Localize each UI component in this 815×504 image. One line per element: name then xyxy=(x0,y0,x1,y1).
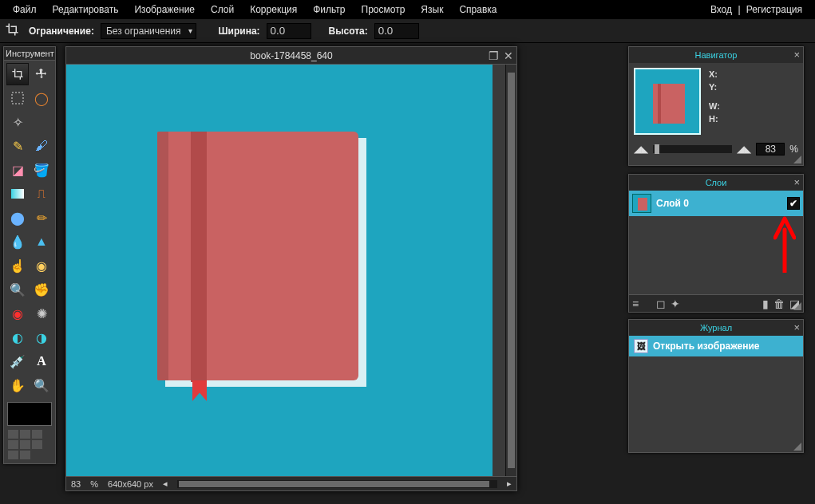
register-link[interactable]: Регистрация xyxy=(746,4,802,15)
document-statusbar: 83 % 640x640 px ◂ ▸ xyxy=(66,476,516,490)
nav-zoom-unit: % xyxy=(789,144,798,155)
tool-grid: ◯ ✧ ✎ 🖌 ◪ 🪣 ⎍ ⬤ ✏ 💧 ▲ ☝ ◉ 🔍 ✊ ◉ ✺ ◐ ◑ 💉 … xyxy=(4,61,55,399)
layer-mask-icon[interactable]: ◻ xyxy=(656,298,666,309)
move-tool[interactable] xyxy=(30,63,53,85)
tool-panel: Инструмент ◯ ✧ ✎ 🖌 ◪ 🪣 ⎍ ⬤ ✏ 💧 ▲ ☝ ◉ 🔍 ✊… xyxy=(3,46,56,464)
menu-lang[interactable]: Язык xyxy=(413,4,451,15)
document-titlebar[interactable]: book-1784458_640 ❐ ✕ xyxy=(66,47,516,65)
lasso-tool[interactable]: ◯ xyxy=(30,87,53,109)
dimensions: 640x640 px xyxy=(108,479,153,489)
swatch-cell[interactable] xyxy=(32,440,42,449)
close-icon[interactable]: × xyxy=(793,47,800,63)
close-icon[interactable]: ✕ xyxy=(504,50,513,61)
resize-handle[interactable] xyxy=(793,443,801,451)
horizontal-scrollbar[interactable] xyxy=(177,480,497,488)
swatch-cell[interactable] xyxy=(8,430,18,439)
swatch-cell[interactable] xyxy=(8,451,18,459)
workspace: Инструмент ◯ ✧ ✎ 🖌 ◪ 🪣 ⎍ ⬤ ✏ 💧 ▲ ☝ ◉ 🔍 ✊… xyxy=(0,43,815,504)
nav-zoom-value[interactable]: 83 xyxy=(756,143,785,156)
login-link[interactable]: Вход xyxy=(710,4,732,15)
restore-icon[interactable]: ❐ xyxy=(489,50,499,61)
menu-layer[interactable]: Слой xyxy=(203,4,242,15)
gradient-tool[interactable] xyxy=(6,183,29,205)
menu-file[interactable]: Файл xyxy=(5,4,45,15)
color-swatch[interactable] xyxy=(7,402,52,426)
swatch-grid xyxy=(7,429,52,460)
history-item[interactable]: 🖼 Открыть изображение xyxy=(629,336,803,356)
crop-icon xyxy=(5,22,22,39)
redeye-tool[interactable]: ◉ xyxy=(6,302,29,325)
swatch-cell[interactable] xyxy=(20,430,30,439)
layer-settings-icon[interactable]: ≡ xyxy=(632,298,639,309)
canvas[interactable] xyxy=(66,65,505,476)
clone-tool[interactable]: ⎍ xyxy=(30,183,53,205)
resize-handle[interactable] xyxy=(793,302,801,310)
width-label: Ширина: xyxy=(219,26,260,37)
layer-row[interactable]: Слой 0 ✔ xyxy=(629,191,803,216)
eraser-tool[interactable]: ◪ xyxy=(6,159,29,181)
smudge-tool[interactable]: ☝ xyxy=(6,254,29,277)
menu-view[interactable]: Просмотр xyxy=(354,4,413,15)
tool-panel-title: Инструмент xyxy=(4,47,55,61)
close-icon[interactable]: × xyxy=(793,175,800,191)
layers-panel: Слои × Слой 0 ✔ ≡ ◻ ✦ ▮ 🗑 ◪ xyxy=(628,174,804,313)
menu-adjust[interactable]: Коррекция xyxy=(242,4,305,15)
dodge-tool[interactable]: 🔍 xyxy=(6,278,29,301)
height-input[interactable] xyxy=(374,23,419,39)
type-tool[interactable]: A xyxy=(30,350,53,372)
zoom-slider[interactable] xyxy=(653,145,732,153)
bucket-tool[interactable]: 🪣 xyxy=(30,159,53,181)
swatch-cell[interactable] xyxy=(32,430,42,439)
zoom-tool[interactable]: 🔍 xyxy=(30,374,53,396)
zoom-in-icon[interactable]: ◢◣ xyxy=(737,144,751,155)
sharpen-tool[interactable]: ▲ xyxy=(30,230,53,253)
constraint-label: Ограничение: xyxy=(29,26,94,37)
auth-block: Вход | Регистрация xyxy=(702,4,810,15)
vertical-scrollbar[interactable] xyxy=(505,65,516,476)
document-window: book-1784458_640 ❐ ✕ 83 % xyxy=(65,46,517,491)
brush-tool[interactable]: 🖌 xyxy=(30,135,53,157)
nav-h-label: H: xyxy=(709,112,720,125)
layer-name: Слой 0 xyxy=(656,198,689,209)
sponge-tool[interactable]: ◉ xyxy=(30,254,53,277)
picker-tool[interactable]: 💉 xyxy=(6,350,29,372)
swatch-cell[interactable] xyxy=(8,440,18,449)
navigator-panel: Навигатор × X: Y: W: H: ◢◣ ◢◣ 83 % xyxy=(628,46,804,166)
burn-tool[interactable]: ✊ xyxy=(30,278,53,301)
layer-style-icon[interactable]: ✦ xyxy=(671,298,680,309)
navigator-thumb[interactable] xyxy=(634,68,701,135)
open-image-icon: 🖼 xyxy=(634,339,648,353)
auth-sep: | xyxy=(734,4,743,15)
pinch-tool[interactable]: ◑ xyxy=(30,326,53,348)
layer-thumb xyxy=(632,194,651,213)
zoom-out-icon[interactable]: ◢◣ xyxy=(634,144,648,155)
layer-visibility-checkbox[interactable]: ✔ xyxy=(787,197,800,210)
bloat-tool[interactable]: ◐ xyxy=(6,326,29,348)
width-input[interactable] xyxy=(267,23,311,39)
blur-tool[interactable]: 💧 xyxy=(6,230,29,253)
marquee-tool[interactable] xyxy=(6,87,29,109)
hand-tool[interactable]: ✋ xyxy=(6,374,29,396)
new-layer-icon[interactable]: ▮ xyxy=(762,298,769,309)
layers-toolbar: ≡ ◻ ✦ ▮ 🗑 ◪ xyxy=(629,294,803,312)
wand-tool[interactable]: ✧ xyxy=(6,111,29,133)
menu-image[interactable]: Изображение xyxy=(126,4,203,15)
history-panel: Журнал × 🖼 Открыть изображение xyxy=(628,319,804,453)
resize-handle[interactable] xyxy=(793,156,801,163)
navigator-title: Навигатор xyxy=(695,50,738,60)
colorreplace-tool[interactable]: ⬤ xyxy=(6,207,29,229)
zoom-unit: % xyxy=(90,479,98,489)
height-label: Высота: xyxy=(329,26,368,37)
menu-edit[interactable]: Редактировать xyxy=(45,4,127,15)
crop-tool[interactable] xyxy=(6,63,29,85)
spotheal-tool[interactable]: ✺ xyxy=(30,302,53,325)
pencil-tool[interactable]: ✎ xyxy=(6,135,29,157)
menu-help[interactable]: Справка xyxy=(451,4,504,15)
swatch-cell[interactable] xyxy=(20,440,30,449)
close-icon[interactable]: × xyxy=(793,320,800,336)
delete-layer-icon[interactable]: 🗑 xyxy=(773,298,785,309)
constraint-select[interactable]: Без ограничения xyxy=(101,23,196,39)
draw-tool[interactable]: ✏ xyxy=(30,207,53,229)
menu-filter[interactable]: Фильтр xyxy=(305,4,353,15)
swatch-cell[interactable] xyxy=(20,451,30,459)
